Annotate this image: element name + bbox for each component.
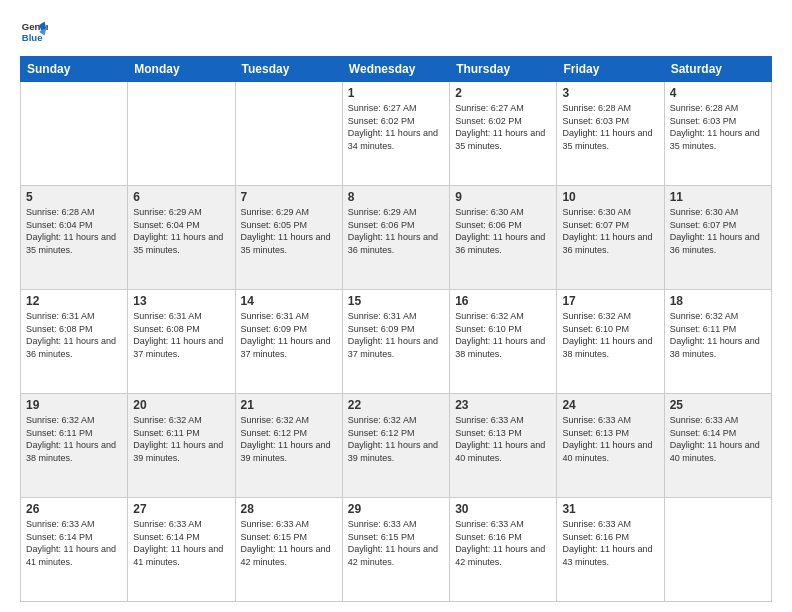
day-info: Sunrise: 6:32 AM Sunset: 6:12 PM Dayligh…: [348, 414, 444, 464]
day-number: 31: [562, 502, 658, 516]
day-info: Sunrise: 6:33 AM Sunset: 6:16 PM Dayligh…: [455, 518, 551, 568]
day-number: 3: [562, 86, 658, 100]
page: General Blue SundayMondayTuesdayWednesda…: [0, 0, 792, 612]
day-info: Sunrise: 6:33 AM Sunset: 6:15 PM Dayligh…: [348, 518, 444, 568]
day-info: Sunrise: 6:32 AM Sunset: 6:10 PM Dayligh…: [562, 310, 658, 360]
day-number: 10: [562, 190, 658, 204]
calendar-cell: 26Sunrise: 6:33 AM Sunset: 6:14 PM Dayli…: [21, 498, 128, 602]
weekday-header: Wednesday: [342, 57, 449, 82]
calendar-cell: [235, 82, 342, 186]
day-number: 23: [455, 398, 551, 412]
calendar-cell: 30Sunrise: 6:33 AM Sunset: 6:16 PM Dayli…: [450, 498, 557, 602]
day-info: Sunrise: 6:33 AM Sunset: 6:13 PM Dayligh…: [562, 414, 658, 464]
day-info: Sunrise: 6:33 AM Sunset: 6:14 PM Dayligh…: [26, 518, 122, 568]
calendar-cell: 5Sunrise: 6:28 AM Sunset: 6:04 PM Daylig…: [21, 186, 128, 290]
calendar-cell: 2Sunrise: 6:27 AM Sunset: 6:02 PM Daylig…: [450, 82, 557, 186]
logo: General Blue: [20, 18, 48, 46]
calendar-cell: 16Sunrise: 6:32 AM Sunset: 6:10 PM Dayli…: [450, 290, 557, 394]
day-number: 1: [348, 86, 444, 100]
day-number: 12: [26, 294, 122, 308]
logo-icon: General Blue: [20, 18, 48, 46]
day-number: 30: [455, 502, 551, 516]
day-info: Sunrise: 6:31 AM Sunset: 6:09 PM Dayligh…: [348, 310, 444, 360]
day-info: Sunrise: 6:33 AM Sunset: 6:16 PM Dayligh…: [562, 518, 658, 568]
day-info: Sunrise: 6:31 AM Sunset: 6:08 PM Dayligh…: [133, 310, 229, 360]
weekday-header: Tuesday: [235, 57, 342, 82]
weekday-header: Sunday: [21, 57, 128, 82]
day-number: 15: [348, 294, 444, 308]
svg-text:Blue: Blue: [22, 32, 43, 43]
header: General Blue: [20, 18, 772, 46]
day-number: 7: [241, 190, 337, 204]
day-info: Sunrise: 6:29 AM Sunset: 6:06 PM Dayligh…: [348, 206, 444, 256]
day-number: 21: [241, 398, 337, 412]
weekday-header: Saturday: [664, 57, 771, 82]
day-info: Sunrise: 6:30 AM Sunset: 6:07 PM Dayligh…: [670, 206, 766, 256]
day-number: 27: [133, 502, 229, 516]
day-info: Sunrise: 6:33 AM Sunset: 6:13 PM Dayligh…: [455, 414, 551, 464]
day-number: 24: [562, 398, 658, 412]
calendar-cell: 10Sunrise: 6:30 AM Sunset: 6:07 PM Dayli…: [557, 186, 664, 290]
day-number: 13: [133, 294, 229, 308]
calendar-cell: [128, 82, 235, 186]
day-number: 20: [133, 398, 229, 412]
calendar-cell: 6Sunrise: 6:29 AM Sunset: 6:04 PM Daylig…: [128, 186, 235, 290]
day-number: 28: [241, 502, 337, 516]
day-number: 5: [26, 190, 122, 204]
day-info: Sunrise: 6:33 AM Sunset: 6:14 PM Dayligh…: [670, 414, 766, 464]
day-number: 6: [133, 190, 229, 204]
day-number: 9: [455, 190, 551, 204]
calendar-cell: 21Sunrise: 6:32 AM Sunset: 6:12 PM Dayli…: [235, 394, 342, 498]
day-info: Sunrise: 6:32 AM Sunset: 6:11 PM Dayligh…: [670, 310, 766, 360]
calendar-cell: 7Sunrise: 6:29 AM Sunset: 6:05 PM Daylig…: [235, 186, 342, 290]
day-number: 8: [348, 190, 444, 204]
calendar-cell: 22Sunrise: 6:32 AM Sunset: 6:12 PM Dayli…: [342, 394, 449, 498]
day-number: 4: [670, 86, 766, 100]
day-info: Sunrise: 6:32 AM Sunset: 6:12 PM Dayligh…: [241, 414, 337, 464]
calendar-cell: 23Sunrise: 6:33 AM Sunset: 6:13 PM Dayli…: [450, 394, 557, 498]
calendar-cell: 1Sunrise: 6:27 AM Sunset: 6:02 PM Daylig…: [342, 82, 449, 186]
day-info: Sunrise: 6:27 AM Sunset: 6:02 PM Dayligh…: [348, 102, 444, 152]
day-info: Sunrise: 6:28 AM Sunset: 6:04 PM Dayligh…: [26, 206, 122, 256]
day-info: Sunrise: 6:32 AM Sunset: 6:11 PM Dayligh…: [133, 414, 229, 464]
day-info: Sunrise: 6:31 AM Sunset: 6:08 PM Dayligh…: [26, 310, 122, 360]
day-info: Sunrise: 6:28 AM Sunset: 6:03 PM Dayligh…: [670, 102, 766, 152]
day-number: 18: [670, 294, 766, 308]
day-info: Sunrise: 6:29 AM Sunset: 6:05 PM Dayligh…: [241, 206, 337, 256]
calendar-cell: 14Sunrise: 6:31 AM Sunset: 6:09 PM Dayli…: [235, 290, 342, 394]
day-number: 11: [670, 190, 766, 204]
day-info: Sunrise: 6:30 AM Sunset: 6:07 PM Dayligh…: [562, 206, 658, 256]
calendar-cell: 11Sunrise: 6:30 AM Sunset: 6:07 PM Dayli…: [664, 186, 771, 290]
calendar-cell: 18Sunrise: 6:32 AM Sunset: 6:11 PM Dayli…: [664, 290, 771, 394]
day-info: Sunrise: 6:30 AM Sunset: 6:06 PM Dayligh…: [455, 206, 551, 256]
calendar-cell: 15Sunrise: 6:31 AM Sunset: 6:09 PM Dayli…: [342, 290, 449, 394]
day-number: 22: [348, 398, 444, 412]
calendar-table: SundayMondayTuesdayWednesdayThursdayFrid…: [20, 56, 772, 602]
day-number: 19: [26, 398, 122, 412]
day-number: 26: [26, 502, 122, 516]
calendar-cell: 3Sunrise: 6:28 AM Sunset: 6:03 PM Daylig…: [557, 82, 664, 186]
calendar-cell: 13Sunrise: 6:31 AM Sunset: 6:08 PM Dayli…: [128, 290, 235, 394]
calendar-cell: 28Sunrise: 6:33 AM Sunset: 6:15 PM Dayli…: [235, 498, 342, 602]
calendar-cell: [21, 82, 128, 186]
calendar-cell: 4Sunrise: 6:28 AM Sunset: 6:03 PM Daylig…: [664, 82, 771, 186]
weekday-header: Monday: [128, 57, 235, 82]
calendar-cell: 29Sunrise: 6:33 AM Sunset: 6:15 PM Dayli…: [342, 498, 449, 602]
calendar-cell: 20Sunrise: 6:32 AM Sunset: 6:11 PM Dayli…: [128, 394, 235, 498]
calendar-cell: 17Sunrise: 6:32 AM Sunset: 6:10 PM Dayli…: [557, 290, 664, 394]
day-info: Sunrise: 6:27 AM Sunset: 6:02 PM Dayligh…: [455, 102, 551, 152]
day-number: 29: [348, 502, 444, 516]
day-number: 17: [562, 294, 658, 308]
day-info: Sunrise: 6:32 AM Sunset: 6:10 PM Dayligh…: [455, 310, 551, 360]
calendar-cell: 27Sunrise: 6:33 AM Sunset: 6:14 PM Dayli…: [128, 498, 235, 602]
day-info: Sunrise: 6:28 AM Sunset: 6:03 PM Dayligh…: [562, 102, 658, 152]
calendar-cell: 9Sunrise: 6:30 AM Sunset: 6:06 PM Daylig…: [450, 186, 557, 290]
calendar-cell: 25Sunrise: 6:33 AM Sunset: 6:14 PM Dayli…: [664, 394, 771, 498]
calendar-cell: 31Sunrise: 6:33 AM Sunset: 6:16 PM Dayli…: [557, 498, 664, 602]
day-info: Sunrise: 6:33 AM Sunset: 6:14 PM Dayligh…: [133, 518, 229, 568]
day-info: Sunrise: 6:29 AM Sunset: 6:04 PM Dayligh…: [133, 206, 229, 256]
weekday-header: Thursday: [450, 57, 557, 82]
calendar-cell: 8Sunrise: 6:29 AM Sunset: 6:06 PM Daylig…: [342, 186, 449, 290]
day-number: 14: [241, 294, 337, 308]
day-info: Sunrise: 6:32 AM Sunset: 6:11 PM Dayligh…: [26, 414, 122, 464]
